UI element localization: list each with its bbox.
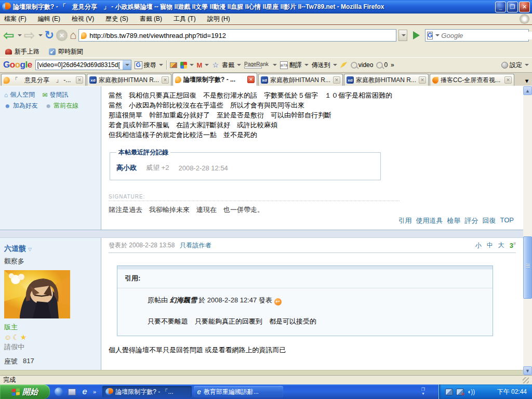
only-author-link[interactable]: 只看該作者 bbox=[180, 241, 211, 250]
quote-link[interactable]: 引用 bbox=[398, 216, 412, 225]
toolbar-more-chevron[interactable]: » bbox=[391, 61, 394, 69]
tab-close-icon[interactable]: ✕ bbox=[76, 76, 83, 84]
pagerank-dropdown[interactable] bbox=[273, 64, 277, 66]
quick-launch-ie-icon[interactable]: e bbox=[80, 387, 89, 396]
tab-2[interactable]: xd 家庭教師HITMAN R... ✕ bbox=[87, 74, 171, 86]
scroll-up-button[interactable]: ▲ bbox=[523, 86, 532, 95]
google-search-button[interactable]: G 搜尋 bbox=[135, 61, 163, 70]
add-friend-link[interactable]: ☻加為好友 bbox=[4, 101, 38, 110]
quote-top-strip bbox=[117, 266, 493, 270]
use-magic-link[interactable]: 使用道具 bbox=[416, 216, 443, 225]
scroll-down-button[interactable]: ▼ bbox=[523, 366, 532, 375]
volume-icon[interactable]: ◖)) bbox=[467, 388, 475, 395]
minimize-button[interactable]: _ bbox=[495, 2, 506, 12]
bookmark-getting-started[interactable]: 新手上路 bbox=[5, 47, 39, 56]
send-message-link[interactable]: ✉發簡訊 bbox=[42, 90, 68, 99]
google-search-box[interactable] bbox=[35, 60, 131, 70]
quick-launch-window-icon[interactable] bbox=[67, 387, 76, 396]
address-bar[interactable] bbox=[78, 29, 396, 42]
floor-number[interactable]: 3# bbox=[510, 241, 516, 249]
tab-close-icon[interactable]: ✕ bbox=[419, 76, 426, 84]
pagerank-widget[interactable]: PageRank bbox=[244, 62, 269, 69]
menu-view[interactable]: 檢視 (V) bbox=[72, 15, 94, 23]
window-titlebar[interactable]: 論壇限制字數? - 「 意見分享 」 - 小政娛樂論壇 -- 寵物 II遊戲 I… bbox=[0, 0, 532, 14]
reply-link[interactable]: 回復 bbox=[483, 216, 496, 225]
menu-file[interactable]: 檔案 (F) bbox=[4, 15, 26, 23]
author-avatar[interactable] bbox=[4, 270, 70, 318]
font-large-link[interactable]: 大 bbox=[498, 241, 504, 250]
profile-link[interactable]: ⌂個人空間 bbox=[4, 90, 35, 99]
network-error-icon[interactable] bbox=[456, 389, 464, 395]
menu-history[interactable]: 歷史 (S) bbox=[105, 15, 128, 23]
news-icon[interactable] bbox=[170, 62, 177, 68]
tab-overflow-dropdown[interactable]: ▾ bbox=[523, 75, 531, 86]
vertical-scrollbar[interactable]: ▲ ▼ bbox=[523, 86, 532, 375]
font-small-link[interactable]: 小 bbox=[475, 241, 482, 250]
goto-quoted-post-icon[interactable]: ↩ bbox=[274, 298, 282, 305]
google-query-input[interactable] bbox=[36, 61, 123, 69]
quick-launch-more[interactable]: » bbox=[93, 389, 96, 395]
start-button[interactable]: 開始 bbox=[0, 384, 50, 399]
back-dropdown[interactable] bbox=[18, 34, 22, 36]
bookmark-icon bbox=[5, 49, 12, 55]
highlighter-icon[interactable] bbox=[340, 62, 348, 68]
stop-button[interactable]: ✕ bbox=[56, 30, 68, 41]
gbookmarks-button[interactable]: 書籤 bbox=[222, 61, 241, 70]
tab-5[interactable]: xd 家庭教師HITMAN R... ✕ bbox=[344, 74, 429, 86]
task-button-ie[interactable]: e 教育部重編國語辭... bbox=[194, 386, 283, 397]
menu-help[interactable]: 說明 (H) bbox=[207, 15, 230, 23]
search-engine-icon[interactable]: G bbox=[427, 32, 433, 39]
bookmark-star-icon[interactable]: ☆ bbox=[212, 61, 219, 69]
scrollbar-thumb[interactable] bbox=[523, 236, 532, 299]
forward-dropdown[interactable] bbox=[38, 34, 43, 36]
translate-button[interactable]: aí7ä翻譯 bbox=[280, 61, 309, 70]
resize-grip[interactable] bbox=[523, 377, 529, 383]
menu-edit[interactable]: 編輯 (E) bbox=[38, 15, 60, 23]
tab-1[interactable]: 「 意見分享 」 -... ✕ bbox=[1, 74, 86, 86]
menu-bookmarks[interactable]: 書籤 (B) bbox=[140, 15, 162, 23]
search-bar[interactable]: G bbox=[425, 29, 529, 42]
quoted-username[interactable]: 幻海飄雪 bbox=[170, 296, 197, 304]
settings-button[interactable]: 設定 bbox=[501, 61, 529, 70]
home-button[interactable]: ⌂ bbox=[70, 27, 76, 44]
font-medium-link[interactable]: 中 bbox=[487, 241, 493, 250]
menu-tools[interactable]: 工具 (T) bbox=[174, 15, 196, 23]
search-engine-dropdown[interactable] bbox=[435, 34, 440, 36]
word-find-count[interactable]: 0 bbox=[376, 61, 388, 69]
top-link[interactable]: TOP bbox=[500, 216, 514, 225]
gmail-button[interactable]: M bbox=[197, 61, 209, 69]
tab-close-icon[interactable]: ✕ bbox=[162, 76, 169, 84]
author-username[interactable]: 六道骸 ▽ bbox=[4, 244, 97, 254]
report-link[interactable]: 檢舉 bbox=[447, 216, 461, 225]
tab-6[interactable]: 播客CC-全屏查看视... ✕ bbox=[430, 74, 514, 86]
send-to-button[interactable]: 傳送到 bbox=[312, 61, 337, 70]
url-input[interactable] bbox=[89, 32, 394, 39]
url-dropdown[interactable] bbox=[398, 30, 407, 41]
search-input[interactable] bbox=[441, 32, 532, 39]
close-button[interactable]: ✕ bbox=[519, 2, 530, 12]
toolbar-handle[interactable]: ❐▾ bbox=[421, 388, 438, 396]
tab-close-icon[interactable]: ✕ bbox=[247, 76, 255, 83]
chevron-down-icon[interactable]: ▽ bbox=[28, 247, 32, 252]
tab-close-icon[interactable]: ✕ bbox=[333, 76, 340, 84]
rating-user[interactable]: 高小政 bbox=[116, 163, 137, 172]
google-query-dropdown[interactable] bbox=[123, 60, 131, 70]
task-button-firefox[interactable]: 論壇限制字數? - 「... bbox=[102, 386, 192, 397]
tab-3-active[interactable]: 論壇限制字數? - ... ✕ bbox=[172, 73, 257, 86]
bookmark-latest-news[interactable]: 即時新聞 bbox=[49, 47, 83, 56]
forward-button[interactable]: ⇨ bbox=[24, 27, 35, 44]
tab-4[interactable]: xd 家庭教師HITMAN R... ✕ bbox=[258, 74, 343, 86]
go-button[interactable] bbox=[409, 29, 423, 42]
restore-button[interactable]: ❐ bbox=[507, 2, 518, 12]
quick-launch-globe-icon[interactable] bbox=[54, 387, 63, 396]
clock[interactable]: 下午 02:44 bbox=[497, 388, 527, 396]
apps-button[interactable] bbox=[180, 62, 194, 69]
translate-icon: aí7ä bbox=[280, 61, 288, 69]
back-button[interactable]: ⇦ bbox=[3, 27, 15, 44]
tab-close-icon[interactable]: ✕ bbox=[504, 76, 512, 84]
online-status[interactable]: ☻當前在線 bbox=[45, 101, 79, 110]
reload-button[interactable]: ↻ bbox=[45, 27, 54, 44]
network-icon[interactable] bbox=[445, 389, 453, 395]
word-find-video[interactable]: video bbox=[351, 61, 374, 69]
rate-link[interactable]: 評分 bbox=[465, 216, 478, 225]
